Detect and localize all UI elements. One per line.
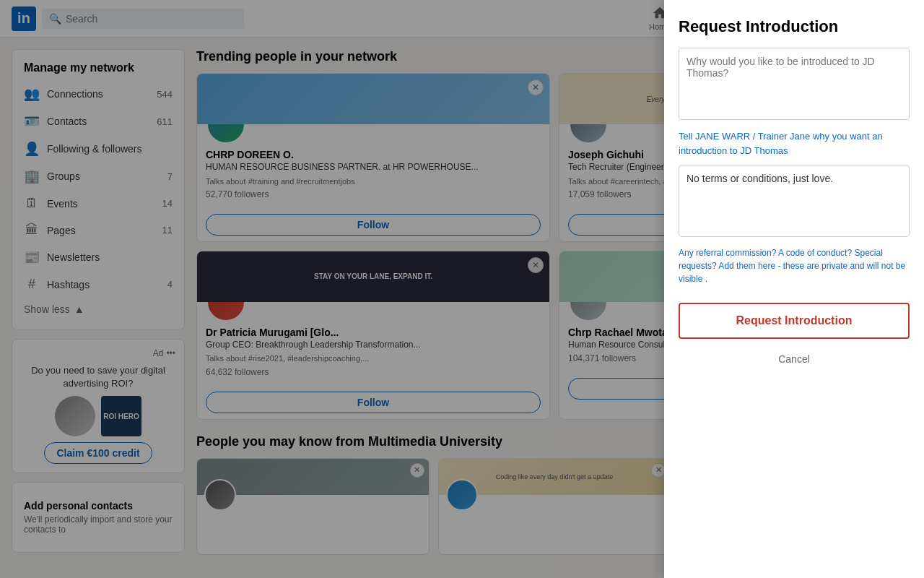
modal-intro-reason[interactable] xyxy=(679,48,910,120)
modal-note: Any referral commission? A code of condu… xyxy=(679,246,910,285)
modal-cancel-button[interactable]: Cancel xyxy=(679,345,910,374)
modal-title: Request Introduction xyxy=(679,17,910,36)
modal-request-button[interactable]: Request Introduction xyxy=(679,303,910,339)
modal-terms-textarea[interactable]: No terms or conditions, just love. xyxy=(679,165,910,237)
modal-mutual-link[interactable]: Tell JANE WARR / Trainer Jane why you wa… xyxy=(679,129,910,158)
request-introduction-modal: Request Introduction Tell JANE WARR / Tr… xyxy=(664,0,924,566)
